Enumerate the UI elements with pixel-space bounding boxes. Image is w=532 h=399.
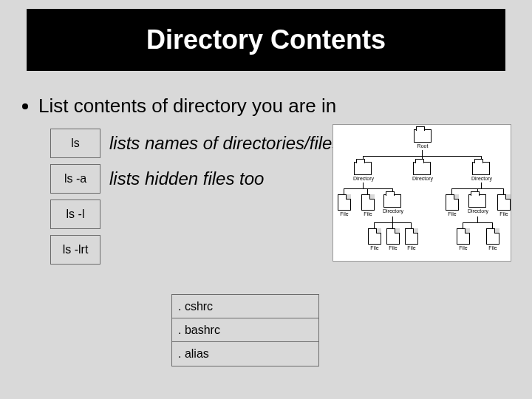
node-label: File (386, 245, 400, 250)
node-label: File (445, 211, 460, 216)
tree-file-node: File (456, 228, 471, 250)
folder-icon (354, 162, 372, 175)
cmd-text: ls -lrt (63, 243, 89, 256)
desc-text: lists names of directories/files (109, 133, 341, 154)
tree-dir-node: Directory (471, 162, 491, 181)
node-label: Directory (383, 208, 402, 214)
hidden-file-name: . alias (178, 347, 209, 361)
bullet-text: List contents of directory you are in (38, 95, 336, 117)
desc-text: lists hidden files too (109, 168, 264, 189)
cmd-cell-ls: ls (50, 129, 100, 158)
folder-icon (472, 162, 490, 175)
node-label: File (485, 245, 500, 250)
folder-icon (383, 194, 401, 208)
cmd-cell-ls-lrt: ls -lrt (50, 235, 100, 265)
node-label: Directory (468, 208, 487, 214)
table-row: . cshrc (172, 295, 318, 318)
table-row: . bashrc (172, 318, 318, 342)
tree-file-node: File (404, 228, 419, 250)
tree-file-node: File (445, 194, 460, 216)
file-icon (497, 194, 511, 211)
cmd-text: ls (71, 137, 80, 150)
folder-icon (414, 129, 432, 143)
tree-dir-node: Directory (412, 162, 432, 181)
hidden-file-name: . cshrc (178, 300, 213, 313)
slide-title-bar: Directory Contents (27, 9, 505, 71)
bullet-row: List contents of directory you are in (22, 95, 510, 117)
file-icon (338, 194, 351, 211)
node-label: Directory (412, 176, 432, 181)
node-label: Directory (353, 176, 372, 181)
tree-file-node: File (337, 194, 352, 216)
tree-dir-node: Directory (353, 162, 372, 181)
hidden-files-table: . cshrc . bashrc . alias (171, 294, 319, 366)
desc-ls: lists names of directories/files (109, 129, 341, 158)
node-label: File (404, 245, 419, 250)
file-icon (486, 228, 499, 245)
node-label: Directory (471, 176, 491, 181)
command-column: ls ls -a ls -l ls -lrt (50, 129, 100, 270)
cmd-text: ls -a (64, 172, 86, 185)
hidden-file-name: . bashrc (178, 324, 220, 337)
tree-file-node: File (367, 228, 382, 250)
file-icon (361, 194, 375, 211)
node-label: Root (413, 143, 432, 149)
file-icon (368, 228, 381, 245)
bullet-dot-icon (22, 103, 28, 109)
tree-file-node: File (497, 194, 511, 216)
node-label: File (456, 245, 471, 250)
slide-title: Directory Contents (146, 24, 386, 55)
tree-file-node: File (386, 228, 400, 250)
folder-icon (413, 162, 431, 175)
description-column: lists names of directories/files lists h… (109, 129, 341, 200)
node-label: File (497, 211, 511, 216)
table-row: . alias (172, 342, 318, 366)
cmd-cell-ls-a: ls -a (50, 164, 100, 194)
tree-dir-node: Directory (468, 194, 487, 214)
cmd-cell-ls-l: ls -l (50, 200, 100, 229)
desc-ls-a: lists hidden files too (109, 164, 341, 194)
node-label: File (337, 211, 352, 216)
tree-file-node: File (485, 228, 500, 250)
node-label: File (361, 211, 375, 216)
file-icon (386, 228, 400, 245)
tree-file-node: File (361, 194, 375, 216)
file-icon (457, 228, 470, 245)
tree-root-node: Root (413, 129, 432, 149)
node-label: File (367, 245, 382, 250)
tree-dir-node: Directory (383, 194, 402, 214)
directory-tree-diagram: Root Directory Directory Directory File … (332, 124, 511, 262)
file-icon (446, 194, 459, 211)
cmd-text: ls -l (66, 208, 85, 221)
folder-icon (468, 194, 486, 208)
file-icon (405, 228, 418, 245)
